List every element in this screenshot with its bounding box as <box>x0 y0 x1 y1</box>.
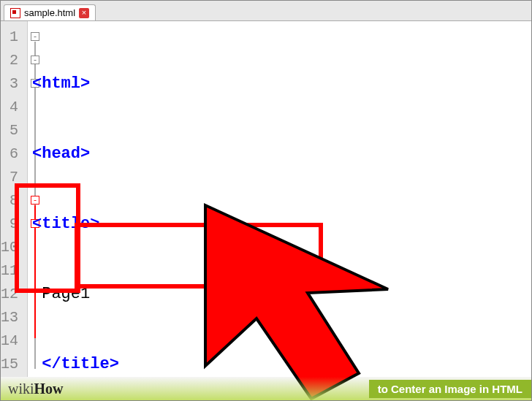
line-number: 14 <box>1 329 18 353</box>
line-number: 13 <box>1 306 18 329</box>
line-number: 3 <box>1 72 18 96</box>
line-number: 4 <box>1 96 18 119</box>
html-file-icon <box>10 8 20 18</box>
code-editor[interactable]: 1 2 3 4 5 6 7 8 9 10 11 12 13 14 15 - - … <box>1 21 531 377</box>
line-number: 1 <box>1 26 18 49</box>
code-line: <head> <box>32 142 532 166</box>
line-number: 7 <box>1 166 18 189</box>
line-number: 6 <box>1 142 18 166</box>
code-line: Page1 <box>32 283 532 306</box>
line-number: 2 <box>1 49 18 72</box>
line-number: 15 <box>1 353 18 376</box>
line-number: 12 <box>1 283 18 306</box>
code-line: </title> <box>32 353 532 376</box>
line-number: 11 <box>1 259 18 283</box>
watermark-bar: wikiHow to Center an Image in HTML <box>1 377 531 400</box>
line-number: 10 <box>1 236 18 259</box>
close-icon[interactable]: × <box>79 8 89 18</box>
code-line: <title> <box>32 213 532 236</box>
line-number-gutter: 1 2 3 4 5 6 7 8 9 10 11 12 13 14 15 <box>1 21 28 377</box>
watermark-caption: to Center an Image in HTML <box>369 380 531 398</box>
line-number: 5 <box>1 119 18 142</box>
line-number: 8 <box>1 189 18 213</box>
tab-filename: sample.html <box>24 7 75 18</box>
code-area[interactable]: <html> <head> <title> Page1 </title> </h… <box>28 21 532 377</box>
file-tab[interactable]: sample.html × <box>4 4 96 20</box>
code-line: <html> <box>32 72 532 96</box>
line-number: 9 <box>1 213 18 236</box>
wikihow-logo: wikiHow <box>8 381 64 397</box>
tab-bar: sample.html × <box>1 1 531 21</box>
